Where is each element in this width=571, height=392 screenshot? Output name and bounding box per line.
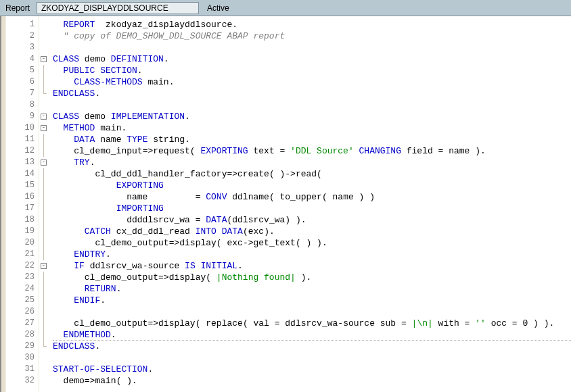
fold-cell bbox=[39, 375, 49, 387]
fold-cell bbox=[39, 318, 49, 329]
line-number: 16 bbox=[5, 191, 39, 203]
fold-cell bbox=[39, 272, 49, 283]
code-line[interactable]: cl_dd_ddl_handler_factory=>create( )->re… bbox=[53, 168, 571, 180]
code-line[interactable]: PUBLIC SECTION. bbox=[53, 65, 571, 76]
line-number: 9 bbox=[5, 111, 39, 122]
code-line[interactable]: ENDTRY. bbox=[53, 249, 571, 260]
program-name-input[interactable] bbox=[37, 2, 199, 14]
line-number: 14 bbox=[5, 168, 39, 180]
fold-guide bbox=[43, 214, 44, 226]
fold-guide bbox=[43, 76, 44, 88]
line-number: 30 bbox=[5, 352, 39, 364]
fold-cell bbox=[39, 249, 49, 260]
code-line[interactable]: cl_demo_output=>display( |Nothing found|… bbox=[53, 272, 571, 283]
fold-cell bbox=[39, 76, 49, 88]
code-line[interactable] bbox=[53, 42, 571, 53]
line-number-gutter: 1234567891011121314151617181920212223242… bbox=[5, 16, 39, 392]
editor-header: Report Active bbox=[0, 0, 571, 16]
fold-cell bbox=[39, 65, 49, 76]
fold-toggle-icon[interactable]: - bbox=[41, 160, 47, 166]
line-number: 6 bbox=[5, 76, 39, 88]
code-area[interactable]: REPORT zkodyaz_displayddlsource. " copy … bbox=[49, 16, 571, 392]
code-line[interactable] bbox=[53, 99, 571, 111]
fold-cell bbox=[39, 191, 49, 203]
fold-guide bbox=[43, 203, 44, 214]
line-number: 1 bbox=[5, 19, 39, 30]
fold-guide bbox=[43, 145, 44, 157]
fold-end bbox=[43, 88, 44, 94]
code-line[interactable]: START-OF-SELECTION. bbox=[53, 364, 571, 375]
status-text: Active bbox=[199, 3, 237, 13]
fold-cell bbox=[39, 214, 49, 226]
line-number: 4 bbox=[5, 53, 39, 65]
code-line[interactable]: name = CONV ddlname( to_upper( name ) ) bbox=[53, 191, 571, 203]
line-number: 10 bbox=[5, 122, 39, 134]
code-line[interactable] bbox=[53, 352, 571, 364]
code-line[interactable]: EXPORTING bbox=[53, 180, 571, 191]
fold-cell bbox=[39, 203, 49, 214]
code-line[interactable]: ddddlsrcv_wa = DATA(ddlsrcv_wa) ). bbox=[53, 214, 571, 226]
fold-cell bbox=[39, 168, 49, 180]
fold-cell: - bbox=[39, 122, 49, 134]
fold-guide bbox=[43, 329, 44, 341]
fold-cell: - bbox=[39, 53, 49, 65]
line-number: 22 bbox=[5, 260, 39, 272]
line-number: 15 bbox=[5, 180, 39, 191]
code-line[interactable] bbox=[53, 306, 571, 318]
left-ruler bbox=[0, 16, 5, 392]
fold-toggle-icon[interactable]: - bbox=[41, 56, 47, 62]
code-line[interactable]: ENDCLASS. bbox=[53, 341, 571, 352]
code-line[interactable]: CLASS demo IMPLEMENTATION. bbox=[53, 111, 571, 122]
line-number: 7 bbox=[5, 88, 39, 99]
code-line[interactable]: CLASS demo DEFINITION. bbox=[53, 53, 571, 65]
fold-column: ----- bbox=[39, 16, 49, 392]
fold-cell bbox=[39, 180, 49, 191]
fold-cell: - bbox=[39, 111, 49, 122]
code-line[interactable]: ENDIF. bbox=[53, 295, 571, 306]
fold-guide bbox=[43, 249, 44, 260]
fold-cell bbox=[39, 19, 49, 30]
code-line[interactable]: cl_demo_output=>display( replace( val = … bbox=[53, 318, 571, 329]
line-number: 18 bbox=[5, 214, 39, 226]
line-number: 3 bbox=[5, 42, 39, 53]
code-line[interactable]: RETURN. bbox=[53, 283, 571, 295]
code-line[interactable]: IF ddlsrcv_wa-source IS INITIAL. bbox=[53, 260, 571, 272]
fold-cell bbox=[39, 341, 49, 352]
code-line[interactable]: CLASS-METHODS main. bbox=[53, 76, 571, 88]
code-line[interactable]: CATCH cx_dd_ddl_read INTO DATA(exc). bbox=[53, 226, 571, 237]
line-number: 13 bbox=[5, 157, 39, 168]
code-line[interactable]: cl_demo_input=>request( EXPORTING text =… bbox=[53, 145, 571, 157]
code-line[interactable]: " copy of DEMO_SHOW_DDL_SOURCE ABAP repo… bbox=[53, 30, 571, 42]
fold-cell bbox=[39, 237, 49, 249]
fold-cell bbox=[39, 134, 49, 145]
code-line[interactable]: DATA name TYPE string. bbox=[53, 134, 571, 145]
code-line[interactable]: TRY. bbox=[53, 157, 571, 168]
fold-guide bbox=[43, 65, 44, 76]
line-number: 26 bbox=[5, 306, 39, 318]
code-line[interactable]: METHOD main. bbox=[53, 122, 571, 134]
fold-toggle-icon[interactable]: - bbox=[41, 114, 47, 120]
code-line[interactable]: ENDMETHOD. bbox=[53, 329, 571, 341]
line-number: 27 bbox=[5, 318, 39, 329]
fold-guide bbox=[43, 237, 44, 249]
fold-cell bbox=[39, 352, 49, 364]
line-number: 19 bbox=[5, 226, 39, 237]
code-line[interactable]: demo=>main( ). bbox=[53, 375, 571, 387]
fold-guide bbox=[43, 180, 44, 191]
code-line[interactable]: ENDCLASS. bbox=[53, 88, 571, 99]
fold-guide bbox=[43, 168, 44, 180]
code-line[interactable]: IMPORTING bbox=[53, 203, 571, 214]
report-label: Report bbox=[0, 3, 37, 13]
fold-guide bbox=[43, 283, 44, 295]
fold-cell bbox=[39, 329, 49, 341]
fold-toggle-icon[interactable]: - bbox=[41, 125, 47, 131]
fold-guide bbox=[43, 272, 44, 283]
fold-toggle-icon[interactable]: - bbox=[41, 263, 47, 269]
code-line[interactable]: cl_demo_output=>display( exc->get_text( … bbox=[53, 237, 571, 249]
line-number: 31 bbox=[5, 364, 39, 375]
code-editor: 1234567891011121314151617181920212223242… bbox=[0, 16, 571, 392]
code-line[interactable]: REPORT zkodyaz_displayddlsource. bbox=[53, 19, 571, 30]
line-number: 23 bbox=[5, 272, 39, 283]
fold-cell bbox=[39, 99, 49, 111]
line-number: 32 bbox=[5, 375, 39, 387]
